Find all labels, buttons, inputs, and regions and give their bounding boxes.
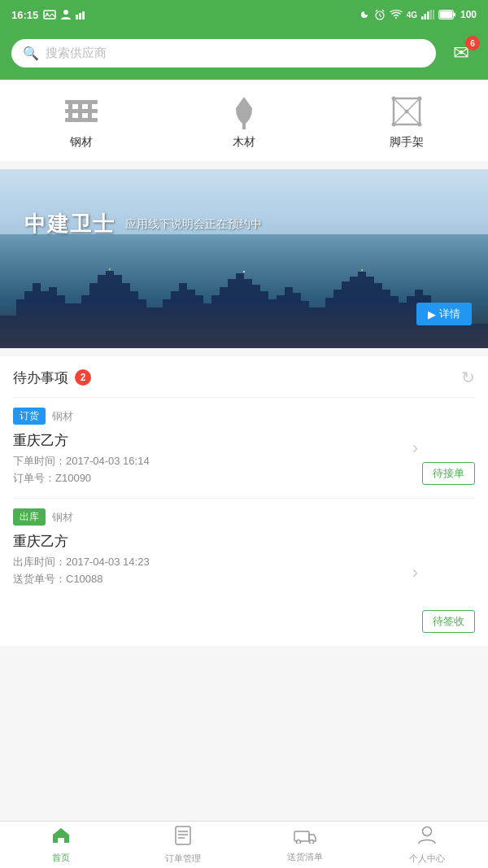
svg-rect-3 [76, 15, 78, 20]
pending-header: 待办事项 2 ↻ [13, 368, 475, 387]
nav-home[interactable]: 首页 [0, 822, 122, 868]
delivery-icon [294, 827, 316, 848]
svg-rect-10 [429, 10, 432, 20]
order-1-num: 订单号：Z10090 [13, 471, 475, 486]
svg-point-43 [423, 827, 432, 835]
order-1-category: 钢材 [52, 409, 73, 424]
svg-rect-14 [439, 11, 452, 19]
svg-point-35 [361, 269, 363, 271]
orders-icon [174, 826, 192, 850]
order-2-time: 出库时间：2017-04-03 14:23 [13, 555, 475, 569]
pending-title-wrap: 待办事项 2 [13, 369, 91, 387]
battery-pct: 100 [460, 9, 477, 20]
svg-point-42 [310, 840, 314, 844]
moon-icon [360, 10, 370, 20]
order-card-1[interactable]: 订货 钢材 重庆乙方 下单时间：2017-04-03 16:14 订单号：Z10… [13, 397, 475, 498]
svg-rect-40 [294, 831, 309, 841]
network-type: 4G [407, 11, 417, 20]
svg-rect-24 [242, 123, 246, 129]
order-2-name: 重庆乙方 [13, 532, 475, 551]
svg-rect-19 [78, 104, 82, 110]
battery-icon [438, 10, 456, 20]
svg-rect-13 [454, 13, 455, 17]
image-icon [43, 10, 56, 20]
person-icon [61, 9, 71, 20]
steel-icon [60, 94, 102, 129]
signal-icon [76, 10, 87, 20]
svg-point-2 [63, 10, 68, 15]
status-bar: 16:15 4G 100 [0, 0, 488, 29]
signal-bars-icon [421, 10, 434, 20]
nav-orders[interactable]: 订单管理 [122, 822, 244, 868]
order-card-2[interactable]: 出库 钢材 重庆乙方 出库时间：2017-04-03 14:23 送货单号：C1… [13, 498, 475, 646]
nav-profile[interactable]: 个人中心 [366, 822, 488, 868]
status-right: 4G 100 [360, 9, 477, 20]
banner-subtitle: 应用线下说明会正在预约中 [125, 217, 262, 232]
search-icon: 🔍 [23, 46, 39, 61]
categories: 钢材 木材 脚手架 [0, 80, 488, 161]
order-1-action[interactable]: 待接单 [422, 462, 475, 485]
svg-rect-7 [421, 16, 424, 20]
svg-rect-23 [88, 113, 92, 119]
nav-delivery-label: 送货清单 [287, 851, 323, 863]
pending-section: 待办事项 2 ↻ 订货 钢材 重庆乙方 下单时间：2017-04-03 16:1… [0, 356, 488, 646]
scaffold-label: 脚手架 [390, 135, 424, 150]
order-2-tag: 出库 [13, 508, 46, 526]
svg-point-32 [405, 110, 409, 114]
svg-rect-9 [427, 11, 429, 20]
wood-label: 木材 [233, 135, 255, 150]
banner-title: 中建卫士 [24, 210, 115, 238]
svg-point-41 [297, 840, 301, 844]
banner-detail-button[interactable]: ▶ 详情 [416, 303, 472, 325]
nav-home-label: 首页 [52, 852, 70, 864]
svg-rect-18 [68, 104, 72, 110]
svg-rect-22 [78, 113, 82, 119]
banner-text-area: 中建卫士 应用线下说明会正在预约中 [24, 210, 262, 238]
refresh-icon[interactable]: ↻ [461, 368, 475, 387]
scaffold-icon [386, 94, 428, 129]
pending-badge: 2 [75, 369, 91, 386]
order-2-arrow: › [412, 562, 418, 583]
svg-point-30 [392, 123, 396, 127]
order-1-name: 重庆乙方 [13, 431, 475, 450]
search-input-wrap[interactable]: 🔍 搜索供应商 [11, 39, 436, 68]
steel-label: 钢材 [70, 135, 93, 150]
order-2-category: 钢材 [52, 510, 73, 525]
order-1-header: 订货 钢材 [13, 408, 475, 425]
svg-point-28 [392, 97, 396, 101]
svg-rect-11 [433, 10, 434, 20]
order-2-num: 送货单号：C10088 [13, 572, 475, 587]
order-2-action[interactable]: 待签收 [422, 610, 475, 633]
svg-rect-5 [82, 11, 85, 20]
detail-label: 详情 [439, 307, 460, 321]
svg-point-33 [109, 268, 111, 270]
search-placeholder: 搜索供应商 [46, 46, 107, 61]
svg-rect-36 [176, 827, 190, 844]
play-icon: ▶ [428, 308, 436, 321]
svg-rect-20 [88, 104, 92, 110]
order-1-tag: 订货 [13, 408, 46, 425]
category-wood[interactable]: 木材 [223, 94, 265, 150]
search-bar: 🔍 搜索供应商 ✉ 6 [0, 29, 488, 80]
nav-orders-label: 订单管理 [165, 853, 201, 865]
nav-delivery[interactable]: 送货清单 [244, 822, 366, 868]
mail-badge: 6 [465, 36, 480, 50]
nav-profile-label: 个人中心 [409, 853, 445, 865]
category-scaffold[interactable]: 脚手架 [386, 94, 428, 150]
svg-point-29 [418, 97, 422, 101]
bottom-nav: 首页 订单管理 送货清单 个人中心 [0, 821, 488, 868]
svg-point-31 [418, 123, 422, 127]
status-left: 16:15 [11, 9, 87, 21]
svg-rect-16 [65, 100, 98, 104]
svg-point-34 [243, 271, 245, 273]
pending-title: 待办事项 [13, 369, 68, 387]
svg-rect-4 [79, 13, 81, 20]
mail-button[interactable]: ✉ 6 [446, 37, 477, 68]
home-icon [51, 827, 71, 849]
wifi-icon [390, 10, 403, 20]
svg-rect-8 [424, 14, 426, 20]
wood-icon [223, 94, 265, 129]
svg-rect-0 [44, 11, 55, 19]
category-steel[interactable]: 钢材 [60, 94, 102, 150]
status-time: 16:15 [11, 9, 38, 21]
